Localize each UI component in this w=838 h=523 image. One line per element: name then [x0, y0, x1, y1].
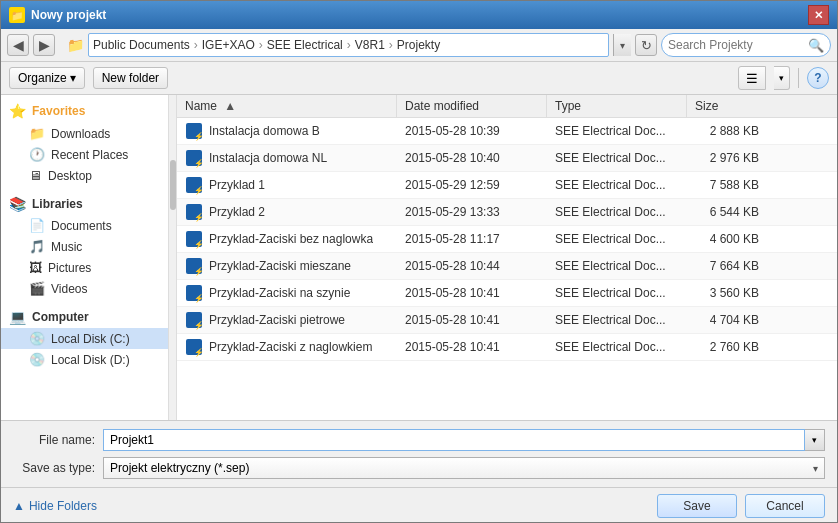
file-name-dropdown-button[interactable]: ▾ [805, 429, 825, 451]
file-type: SEE Electrical Doc... [547, 284, 687, 302]
close-button[interactable]: ✕ [808, 5, 829, 25]
file-icon [185, 149, 203, 167]
computer-label: Computer [32, 310, 89, 324]
file-name-text: Przyklad 1 [209, 178, 265, 192]
videos-icon: 🎬 [29, 281, 45, 296]
organize-arrow: ▾ [70, 71, 76, 85]
forward-button[interactable]: ▶ [33, 34, 55, 56]
file-type: SEE Electrical Doc... [547, 257, 687, 275]
libraries-label: Libraries [32, 197, 83, 211]
search-input[interactable] [668, 38, 804, 52]
sidebar-item-music[interactable]: 🎵 Music [1, 236, 168, 257]
path-dropdown-button[interactable]: ▾ [613, 34, 631, 56]
left-panel-scrollbar[interactable] [169, 95, 177, 420]
table-row[interactable]: Przyklad-Zaciski bez naglowka 2015-05-28… [177, 226, 837, 253]
table-row[interactable]: Przyklad 1 2015-05-29 12:59 SEE Electric… [177, 172, 837, 199]
file-size: 2 976 KB [687, 149, 767, 167]
file-name-text: Instalacja domowa B [209, 124, 320, 138]
column-date-header[interactable]: Date modified [397, 95, 547, 117]
file-type: SEE Electrical Doc... [547, 311, 687, 329]
column-type-header[interactable]: Type [547, 95, 687, 117]
libraries-header[interactable]: 📚 Libraries [1, 190, 168, 215]
file-date: 2015-05-28 10:41 [397, 338, 547, 356]
toolbar-separator [798, 68, 799, 88]
back-button[interactable]: ◀ [7, 34, 29, 56]
file-size: 7 588 KB [687, 176, 767, 194]
save-as-label: Save as type: [13, 461, 103, 475]
sidebar-item-local-disk-c[interactable]: 💿 Local Disk (C:) [1, 328, 168, 349]
column-size-header[interactable]: Size [687, 95, 767, 117]
favorites-section: ⭐ Favorites 📁 Downloads 🕐 Recent Places … [1, 99, 168, 186]
table-row[interactable]: Instalacja domowa B 2015-05-28 10:39 SEE… [177, 118, 837, 145]
computer-header[interactable]: 💻 Computer [1, 303, 168, 328]
sidebar-item-local-disk-d[interactable]: 💿 Local Disk (D:) [1, 349, 168, 370]
table-row[interactable]: Przyklad 2 2015-05-29 13:33 SEE Electric… [177, 199, 837, 226]
file-name-label: File name: [13, 433, 103, 447]
file-icon [185, 338, 203, 356]
music-icon: 🎵 [29, 239, 45, 254]
file-name-cell: Przyklad 2 [177, 201, 397, 223]
file-name-cell: Przyklad-Zaciski na szynie [177, 282, 397, 304]
file-size: 3 560 KB [687, 284, 767, 302]
file-type: SEE Electrical Doc... [547, 149, 687, 167]
see-file-icon [186, 339, 202, 355]
file-name-text: Przyklad-Zaciski z naglowkiem [209, 340, 372, 354]
downloads-icon: 📁 [29, 126, 45, 141]
title-bar: 📁 Nowy projekt ✕ [1, 1, 837, 29]
save-as-dropdown-arrow: ▾ [813, 463, 818, 474]
disk-c-icon: 💿 [29, 331, 45, 346]
help-button[interactable]: ? [807, 67, 829, 89]
favorites-header[interactable]: ⭐ Favorites [1, 99, 168, 123]
sidebar-item-videos[interactable]: 🎬 Videos [1, 278, 168, 299]
column-name-header[interactable]: Name ▲ [177, 95, 397, 117]
file-name-cell: Przyklad-Zaciski z naglowkiem [177, 336, 397, 358]
file-name-cell: Przyklad-Zaciski pietrowe [177, 309, 397, 331]
address-path[interactable]: Public Documents › IGE+XAO › SEE Electri… [88, 33, 609, 57]
action-buttons: Save Cancel [657, 494, 825, 518]
table-row[interactable]: Przyklad-Zaciski pietrowe 2015-05-28 10:… [177, 307, 837, 334]
sidebar-item-downloads[interactable]: 📁 Downloads [1, 123, 168, 144]
path-segment-3: SEE Electrical [267, 38, 343, 52]
file-type: SEE Electrical Doc... [547, 203, 687, 221]
view-button[interactable]: ☰ [738, 66, 766, 90]
organize-label: Organize [18, 71, 67, 85]
table-row[interactable]: Przyklad-Zaciski z naglowkiem 2015-05-28… [177, 334, 837, 361]
file-name-text: Przyklad-Zaciski mieszane [209, 259, 351, 273]
recent-places-label: Recent Places [51, 148, 128, 162]
table-row[interactable]: Instalacja domowa NL 2015-05-28 10:40 SE… [177, 145, 837, 172]
file-name-text: Przyklad 2 [209, 205, 265, 219]
favorites-label: Favorites [32, 104, 85, 118]
computer-icon: 💻 [9, 309, 26, 325]
new-folder-button[interactable]: New folder [93, 67, 168, 89]
see-file-icon [186, 150, 202, 166]
documents-label: Documents [51, 219, 112, 233]
sidebar-item-pictures[interactable]: 🖼 Pictures [1, 257, 168, 278]
file-rows-container: Instalacja domowa B 2015-05-28 10:39 SEE… [177, 118, 837, 361]
sidebar-item-recent-places[interactable]: 🕐 Recent Places [1, 144, 168, 165]
save-as-type-dropdown[interactable]: Projekt elektryczny (*.sep) ▾ [103, 457, 825, 479]
file-name-input[interactable] [103, 429, 805, 451]
sidebar-item-documents[interactable]: 📄 Documents [1, 215, 168, 236]
view-dropdown-button[interactable]: ▾ [774, 66, 790, 90]
sidebar-item-desktop[interactable]: 🖥 Desktop [1, 165, 168, 186]
file-icon [185, 284, 203, 302]
search-box[interactable]: 🔍 [661, 33, 831, 57]
organize-button[interactable]: Organize ▾ [9, 67, 85, 89]
computer-section: 💻 Computer 💿 Local Disk (C:) 💿 Local Dis… [1, 303, 168, 370]
file-date: 2015-05-28 11:17 [397, 230, 547, 248]
file-type: SEE Electrical Doc... [547, 176, 687, 194]
refresh-button[interactable]: ↻ [635, 34, 657, 56]
file-name-cell: Przyklad-Zaciski bez naglowka [177, 228, 397, 250]
table-row[interactable]: Przyklad-Zaciski mieszane 2015-05-28 10:… [177, 253, 837, 280]
file-size: 6 544 KB [687, 203, 767, 221]
documents-icon: 📄 [29, 218, 45, 233]
save-button[interactable]: Save [657, 494, 737, 518]
file-date: 2015-05-28 10:41 [397, 284, 547, 302]
see-file-icon [186, 231, 202, 247]
table-row[interactable]: Przyklad-Zaciski na szynie 2015-05-28 10… [177, 280, 837, 307]
file-name-cell: Instalacja domowa NL [177, 147, 397, 169]
cancel-button[interactable]: Cancel [745, 494, 825, 518]
hide-folders-button[interactable]: ▲ Hide Folders [13, 499, 97, 513]
file-name-text: Przyklad-Zaciski pietrowe [209, 313, 345, 327]
dialog-window: 📁 Nowy projekt ✕ ◀ ▶ 📁 Public Documents … [0, 0, 838, 523]
